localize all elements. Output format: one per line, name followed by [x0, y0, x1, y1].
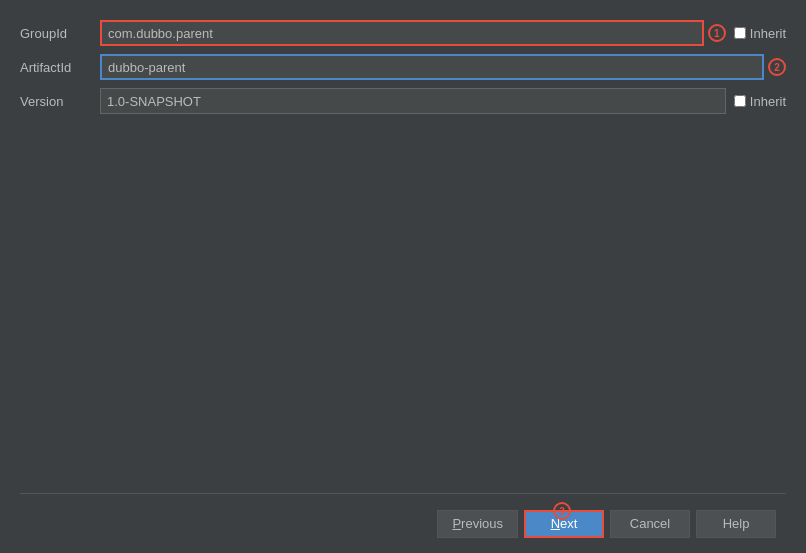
groupid-step-badge: 1 [708, 24, 726, 42]
form-area: GroupId 1 Inherit ArtifactId 2 Version I… [20, 20, 786, 493]
artifactid-step-badge: 2 [768, 58, 786, 76]
previous-underline-span: Previous [452, 516, 503, 531]
cancel-button[interactable]: Cancel [610, 510, 690, 538]
version-label: Version [20, 94, 100, 109]
artifactid-input[interactable] [100, 54, 764, 80]
groupid-inherit-label: Inherit [750, 26, 786, 41]
artifactid-label: ArtifactId [20, 60, 100, 75]
previous-button[interactable]: Previous [437, 510, 518, 538]
groupid-inherit-container: Inherit [734, 26, 786, 41]
version-input[interactable] [100, 88, 726, 114]
version-inherit-label: Inherit [750, 94, 786, 109]
version-row: Version Inherit [20, 88, 786, 114]
content-area [20, 122, 786, 493]
next-step-badge: 3 [553, 502, 571, 520]
button-bar: 3 Previous Next Cancel Help [20, 493, 786, 553]
cancel-label: Cancel [630, 516, 670, 531]
groupid-inherit-checkbox[interactable] [734, 27, 746, 39]
groupid-row: GroupId 1 Inherit [20, 20, 786, 46]
groupid-label: GroupId [20, 26, 100, 41]
dialog: GroupId 1 Inherit ArtifactId 2 Version I… [0, 0, 806, 553]
next-badge-container: 3 [553, 502, 571, 520]
version-inherit-checkbox[interactable] [734, 95, 746, 107]
help-button[interactable]: Help [696, 510, 776, 538]
help-label: Help [723, 516, 750, 531]
version-inherit-container: Inherit [734, 94, 786, 109]
groupid-input[interactable] [100, 20, 704, 46]
artifactid-row: ArtifactId 2 [20, 54, 786, 80]
